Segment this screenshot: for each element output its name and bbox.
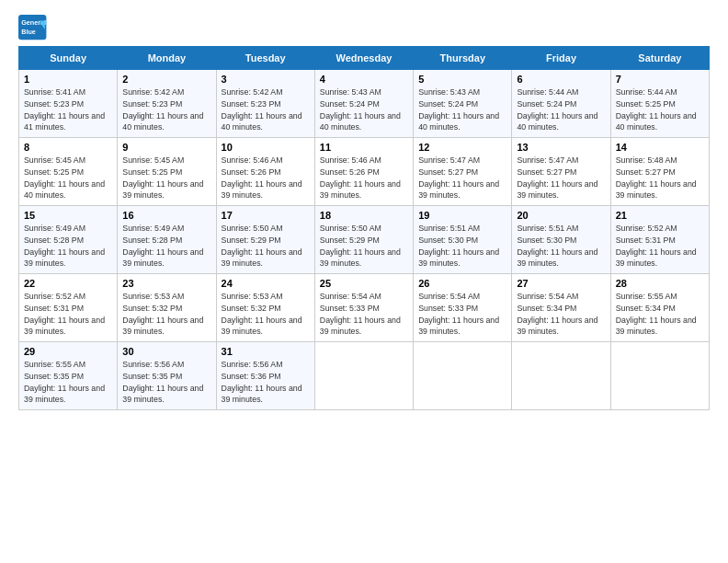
day-number: 13 xyxy=(517,142,605,153)
day-detail: Sunrise: 5:46 AMSunset: 5:26 PMDaylight:… xyxy=(320,155,401,200)
day-detail: Sunrise: 5:53 AMSunset: 5:32 PMDaylight:… xyxy=(122,292,203,336)
day-number: 5 xyxy=(418,74,506,85)
day-detail: Sunrise: 5:41 AMSunset: 5:23 PMDaylight:… xyxy=(24,87,105,132)
day-number: 21 xyxy=(616,210,704,221)
day-detail: Sunrise: 5:51 AMSunset: 5:30 PMDaylight:… xyxy=(418,224,499,268)
col-header-monday: Monday xyxy=(118,47,216,70)
day-number: 18 xyxy=(320,210,408,221)
day-number: 26 xyxy=(418,278,506,289)
calendar-body: 1 Sunrise: 5:41 AMSunset: 5:23 PMDayligh… xyxy=(19,70,710,410)
day-detail: Sunrise: 5:43 AMSunset: 5:24 PMDaylight:… xyxy=(320,87,401,132)
logo-icon: General Blue xyxy=(18,15,48,40)
calendar-cell: 20 Sunrise: 5:51 AMSunset: 5:30 PMDaylig… xyxy=(512,206,610,274)
day-number: 22 xyxy=(24,278,112,289)
calendar-cell: 16 Sunrise: 5:49 AMSunset: 5:28 PMDaylig… xyxy=(118,206,216,274)
day-detail: Sunrise: 5:47 AMSunset: 5:27 PMDaylight:… xyxy=(517,155,597,200)
day-detail: Sunrise: 5:44 AMSunset: 5:24 PMDaylight:… xyxy=(517,87,597,132)
col-header-tuesday: Tuesday xyxy=(216,47,314,70)
col-header-friday: Friday xyxy=(512,47,610,70)
day-number: 27 xyxy=(517,278,605,289)
calendar-cell: 5 Sunrise: 5:43 AMSunset: 5:24 PMDayligh… xyxy=(414,70,512,138)
day-detail: Sunrise: 5:45 AMSunset: 5:25 PMDaylight:… xyxy=(24,155,105,200)
day-number: 3 xyxy=(222,74,310,85)
calendar-cell: 30 Sunrise: 5:56 AMSunset: 5:35 PMDaylig… xyxy=(118,342,216,410)
day-number: 2 xyxy=(122,74,210,85)
calendar-cell: 3 Sunrise: 5:42 AMSunset: 5:23 PMDayligh… xyxy=(216,70,314,138)
calendar-cell: 11 Sunrise: 5:46 AMSunset: 5:26 PMDaylig… xyxy=(314,138,413,206)
calendar-cell: 23 Sunrise: 5:53 AMSunset: 5:32 PMDaylig… xyxy=(118,274,216,342)
day-number: 11 xyxy=(320,142,408,153)
day-detail: Sunrise: 5:56 AMSunset: 5:36 PMDaylight:… xyxy=(222,360,302,404)
calendar-cell: 29 Sunrise: 5:55 AMSunset: 5:35 PMDaylig… xyxy=(19,342,118,410)
day-detail: Sunrise: 5:55 AMSunset: 5:35 PMDaylight:… xyxy=(24,360,105,404)
day-detail: Sunrise: 5:46 AMSunset: 5:26 PMDaylight:… xyxy=(222,155,302,200)
day-number: 24 xyxy=(222,278,310,289)
calendar-cell: 12 Sunrise: 5:47 AMSunset: 5:27 PMDaylig… xyxy=(414,138,512,206)
day-detail: Sunrise: 5:50 AMSunset: 5:29 PMDaylight:… xyxy=(222,224,302,268)
calendar-cell: 4 Sunrise: 5:43 AMSunset: 5:24 PMDayligh… xyxy=(314,70,413,138)
calendar-cell: 1 Sunrise: 5:41 AMSunset: 5:23 PMDayligh… xyxy=(19,70,118,138)
day-detail: Sunrise: 5:53 AMSunset: 5:32 PMDaylight:… xyxy=(222,292,302,336)
calendar-cell: 6 Sunrise: 5:44 AMSunset: 5:24 PMDayligh… xyxy=(512,70,610,138)
day-number: 1 xyxy=(24,74,112,85)
calendar-cell: 14 Sunrise: 5:48 AMSunset: 5:27 PMDaylig… xyxy=(610,138,709,206)
calendar-cell: 7 Sunrise: 5:44 AMSunset: 5:25 PMDayligh… xyxy=(610,70,709,138)
page-header: General Blue xyxy=(18,15,710,40)
calendar-week-row: 29 Sunrise: 5:55 AMSunset: 5:35 PMDaylig… xyxy=(19,342,710,410)
calendar-cell: 15 Sunrise: 5:49 AMSunset: 5:28 PMDaylig… xyxy=(19,206,118,274)
calendar-cell: 27 Sunrise: 5:54 AMSunset: 5:34 PMDaylig… xyxy=(512,274,610,342)
day-number: 28 xyxy=(616,278,704,289)
day-detail: Sunrise: 5:42 AMSunset: 5:23 PMDaylight:… xyxy=(122,87,203,132)
calendar-cell: 2 Sunrise: 5:42 AMSunset: 5:23 PMDayligh… xyxy=(118,70,216,138)
calendar-cell: 10 Sunrise: 5:46 AMSunset: 5:26 PMDaylig… xyxy=(216,138,314,206)
col-header-saturday: Saturday xyxy=(610,47,709,70)
col-header-thursday: Thursday xyxy=(414,47,512,70)
calendar-cell: 25 Sunrise: 5:54 AMSunset: 5:33 PMDaylig… xyxy=(314,274,413,342)
day-detail: Sunrise: 5:55 AMSunset: 5:34 PMDaylight:… xyxy=(616,292,697,336)
day-number: 30 xyxy=(122,346,210,357)
calendar-header-row: SundayMondayTuesdayWednesdayThursdayFrid… xyxy=(19,47,710,70)
calendar-cell: 19 Sunrise: 5:51 AMSunset: 5:30 PMDaylig… xyxy=(414,206,512,274)
day-number: 10 xyxy=(222,142,310,153)
calendar-cell: 18 Sunrise: 5:50 AMSunset: 5:29 PMDaylig… xyxy=(314,206,413,274)
day-detail: Sunrise: 5:45 AMSunset: 5:25 PMDaylight:… xyxy=(122,155,203,200)
calendar-cell: 17 Sunrise: 5:50 AMSunset: 5:29 PMDaylig… xyxy=(216,206,314,274)
day-number: 9 xyxy=(122,142,210,153)
calendar-cell: 31 Sunrise: 5:56 AMSunset: 5:36 PMDaylig… xyxy=(216,342,314,410)
calendar-cell: 22 Sunrise: 5:52 AMSunset: 5:31 PMDaylig… xyxy=(19,274,118,342)
calendar-cell: 28 Sunrise: 5:55 AMSunset: 5:34 PMDaylig… xyxy=(610,274,709,342)
day-detail: Sunrise: 5:49 AMSunset: 5:28 PMDaylight:… xyxy=(24,224,105,268)
calendar-cell xyxy=(610,342,709,410)
day-detail: Sunrise: 5:51 AMSunset: 5:30 PMDaylight:… xyxy=(517,224,597,268)
calendar-week-row: 1 Sunrise: 5:41 AMSunset: 5:23 PMDayligh… xyxy=(19,70,710,138)
day-detail: Sunrise: 5:49 AMSunset: 5:28 PMDaylight:… xyxy=(122,224,203,268)
day-number: 29 xyxy=(24,346,112,357)
day-number: 25 xyxy=(320,278,408,289)
calendar-cell: 9 Sunrise: 5:45 AMSunset: 5:25 PMDayligh… xyxy=(118,138,216,206)
calendar-cell xyxy=(414,342,512,410)
day-number: 31 xyxy=(222,346,310,357)
day-number: 14 xyxy=(616,142,704,153)
day-detail: Sunrise: 5:52 AMSunset: 5:31 PMDaylight:… xyxy=(616,224,697,268)
calendar-week-row: 8 Sunrise: 5:45 AMSunset: 5:25 PMDayligh… xyxy=(19,138,710,206)
calendar-week-row: 22 Sunrise: 5:52 AMSunset: 5:31 PMDaylig… xyxy=(19,274,710,342)
day-number: 8 xyxy=(24,142,112,153)
day-number: 15 xyxy=(24,210,112,221)
day-detail: Sunrise: 5:43 AMSunset: 5:24 PMDaylight:… xyxy=(418,87,499,132)
calendar-cell xyxy=(512,342,610,410)
day-detail: Sunrise: 5:48 AMSunset: 5:27 PMDaylight:… xyxy=(616,155,697,200)
day-detail: Sunrise: 5:47 AMSunset: 5:27 PMDaylight:… xyxy=(418,155,499,200)
day-number: 4 xyxy=(320,74,408,85)
day-number: 7 xyxy=(616,74,704,85)
calendar-cell: 8 Sunrise: 5:45 AMSunset: 5:25 PMDayligh… xyxy=(19,138,118,206)
day-detail: Sunrise: 5:54 AMSunset: 5:34 PMDaylight:… xyxy=(517,292,597,336)
col-header-sunday: Sunday xyxy=(19,47,118,70)
day-detail: Sunrise: 5:54 AMSunset: 5:33 PMDaylight:… xyxy=(320,292,401,336)
col-header-wednesday: Wednesday xyxy=(314,47,413,70)
day-detail: Sunrise: 5:54 AMSunset: 5:33 PMDaylight:… xyxy=(418,292,499,336)
day-detail: Sunrise: 5:50 AMSunset: 5:29 PMDaylight:… xyxy=(320,224,401,268)
day-detail: Sunrise: 5:52 AMSunset: 5:31 PMDaylight:… xyxy=(24,292,105,336)
calendar-table: SundayMondayTuesdayWednesdayThursdayFrid… xyxy=(18,46,710,410)
calendar-cell xyxy=(314,342,413,410)
day-number: 12 xyxy=(418,142,506,153)
